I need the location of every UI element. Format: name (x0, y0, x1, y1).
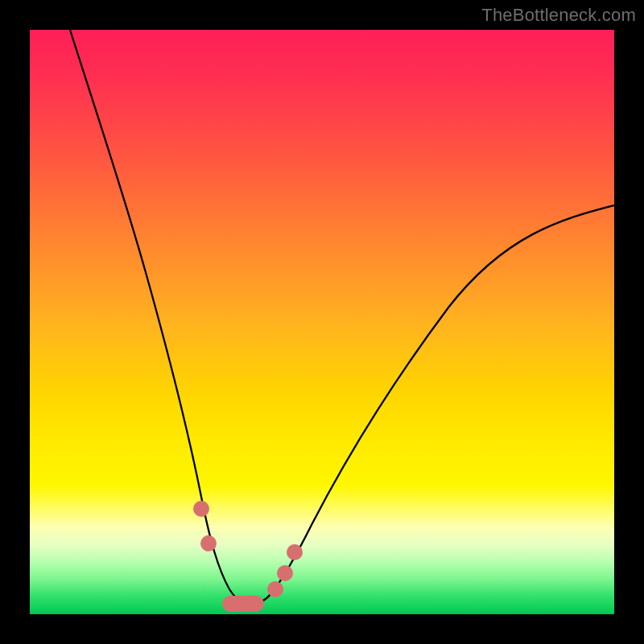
marker-right-mid (277, 565, 293, 581)
marker-left-upper (193, 501, 209, 517)
plot-area (30, 30, 614, 614)
marker-right-lower (267, 581, 283, 597)
curve-layer (30, 30, 614, 614)
marker-left-lower (200, 535, 217, 551)
watermark-text: TheBottleneck.com (481, 5, 636, 26)
valley-blob (222, 596, 264, 612)
bottleneck-curve (70, 30, 614, 604)
marker-right-upper (287, 544, 303, 560)
outer-frame: TheBottleneck.com (0, 0, 644, 644)
